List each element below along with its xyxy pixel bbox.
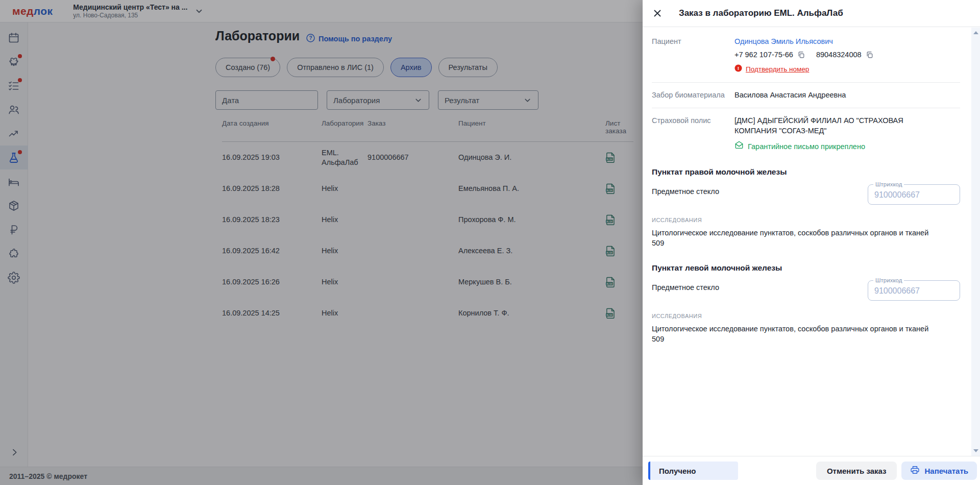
barcode-field-label: Штрихкод [873, 181, 904, 187]
barcode-input[interactable] [868, 281, 960, 300]
panel-title: Заказ в лабораторию EML. АльфаЛаб [679, 8, 843, 18]
policy-value: [ДМС] АДЫГЕЙСКИЙ ФИЛИАЛ АО "СТРАХОВАЯ КО… [734, 115, 945, 136]
cancel-order-button-label: Отменить заказ [827, 467, 887, 475]
copy-icon[interactable] [797, 51, 805, 59]
barcode-field: Штрихкод [868, 184, 960, 205]
barcode-input[interactable] [868, 185, 960, 204]
barcode-field-label: Штрихкод [873, 277, 904, 283]
specimen-item-label: Предметное стекло [652, 280, 719, 292]
close-icon[interactable] [652, 8, 663, 19]
patient-row: Пациент Одинцова Эмиль Ильясович +7 962 … [652, 36, 960, 83]
app-root: медлок Медицинский центр «Тест» на ... у… [0, 0, 980, 485]
order-detail-panel: Заказ в лабораторию EML. АльфаЛаб Пациен… [643, 0, 980, 485]
print-button[interactable]: Напечатать [901, 462, 977, 480]
panel-header: Заказ в лабораторию EML. АльфаЛаб [643, 0, 980, 27]
modal-backdrop[interactable] [0, 0, 643, 485]
specimen-row: Предметное стекло Штрихкод [652, 184, 960, 205]
research-section-label: ИССЛЕДОВАНИЯ [652, 217, 960, 223]
print-button-label: Напечатать [924, 467, 968, 475]
received-button-label: Получено [659, 467, 696, 475]
research-name: Цитологическое исследование пунктатов, с… [652, 324, 960, 334]
alert-icon: ! [734, 64, 742, 75]
scroll-down-arrow[interactable] [973, 449, 978, 452]
patient-phone-1: +7 962 107-75-66 [734, 50, 793, 60]
patient-phone-2: 89048324008 [816, 50, 862, 60]
svg-text:!: ! [738, 65, 739, 71]
specimen-row: Предметное стекло Штрихкод [652, 280, 960, 301]
biomaterial-value: Василова Анастасия Андреевна [734, 90, 960, 100]
confirm-number-link[interactable]: Подтвердить номер [746, 64, 809, 75]
section-title: Пунктат левой молочной железы [652, 263, 960, 273]
envelope-icon [734, 140, 744, 152]
panel-body: Пациент Одинцова Эмиль Ильясович +7 962 … [643, 28, 971, 456]
printer-icon [910, 465, 920, 476]
barcode-field: Штрихкод [868, 280, 960, 301]
section-title: Пунктат правой молочной железы [652, 167, 960, 177]
received-button[interactable]: Получено [648, 462, 738, 480]
research-code: 509 [652, 334, 960, 344]
patient-label: Пациент [652, 36, 734, 46]
research-section-label: ИССЛЕДОВАНИЯ [652, 313, 960, 319]
biomaterial-row: Забор биоматериала Василова Анастасия Ан… [652, 83, 960, 108]
panel-actions: Получено Отменить заказ Напечатать [643, 456, 980, 485]
scroll-up-arrow[interactable] [973, 31, 978, 34]
specimen-item-label: Предметное стекло [652, 184, 719, 196]
cancel-order-button[interactable]: Отменить заказ [816, 462, 897, 480]
biomaterial-label: Забор биоматериала [652, 90, 734, 100]
patient-name-link[interactable]: Одинцова Эмиль Ильясович [734, 36, 960, 46]
panel-scrollbar[interactable] [971, 28, 980, 456]
research-code: 509 [652, 238, 960, 248]
policy-row: Страховой полис [ДМС] АДЫГЕЙСКИЙ ФИЛИАЛ … [652, 108, 960, 152]
copy-icon[interactable] [866, 51, 873, 59]
guarantee-letter-status: Гарантийное письмо прикреплено [748, 141, 865, 152]
policy-label: Страховой полис [652, 115, 734, 126]
research-name: Цитологическое исследование пунктатов, с… [652, 228, 960, 238]
